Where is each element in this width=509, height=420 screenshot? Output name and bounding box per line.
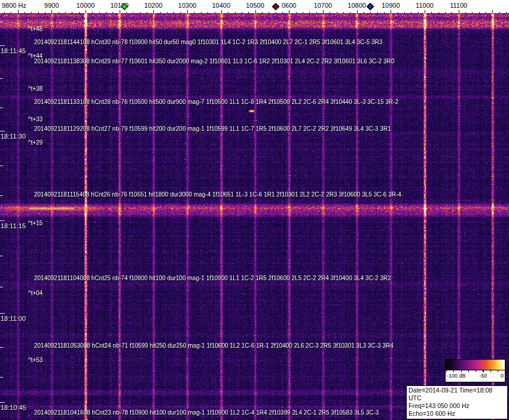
freq-tick [337, 12, 337, 13]
time-offset-marker: ^t+53 [28, 357, 42, 363]
freq-label: 10500 [246, 2, 264, 9]
freq-tick [221, 10, 222, 13]
freq-label: 11000 [416, 2, 434, 9]
detection-log-line: 20140921181144108 hCnt30 nb-78 f10900 hi… [34, 39, 382, 45]
freq-tick [316, 12, 317, 13]
freq-label: 10000 [77, 2, 95, 9]
freq-tick [479, 12, 480, 13]
freq-tick [296, 12, 297, 13]
freq-tick [201, 12, 202, 13]
freq-tick [425, 10, 425, 13]
freq-tick [445, 12, 446, 13]
freq-tick [235, 12, 236, 13]
freq-label: 10400 [212, 2, 231, 9]
freq-marker-blue-diamond-icon[interactable] [367, 3, 374, 11]
freq-tick [86, 10, 86, 13]
time-offset-marker: ^t+38 [28, 85, 42, 92]
detection-log-line: 20140921181133108 hCnt28 nb-76 f10500 hi… [34, 99, 398, 105]
freq-tick [38, 12, 39, 13]
freq-tick [11, 12, 11, 13]
detection-log-line: 20140921181138308 hCnt29 nb-77 f10601 hi… [34, 58, 394, 65]
freq-label: 10900 [382, 2, 400, 9]
freq-tick [377, 12, 378, 13]
freq-tick [438, 12, 439, 13]
freq-tick [126, 12, 127, 13]
freq-marker-red-diamond-icon[interactable] [272, 3, 279, 11]
freq-tick [404, 12, 405, 13]
freq-tick [45, 12, 45, 13]
time-offset-marker: ^t+33 [28, 116, 42, 122]
time-minor-tick [0, 108, 3, 108]
freq-tick [65, 12, 66, 13]
freq-tick [343, 12, 344, 13]
time-offset-marker: ^t+15 [28, 220, 42, 226]
time-label: 18:11:30 [1, 133, 26, 140]
freq-tick [25, 12, 25, 13]
info-station-id: HPHK [409, 418, 505, 420]
freq-tick [173, 12, 174, 13]
freq-tick [303, 12, 303, 13]
info-box: Date=2014-09-21 Time=18:08 UTC Freq=143 … [406, 385, 508, 419]
detection-log-line: 20140921181115408 hCnt26 nb-76 f10651 hi… [34, 191, 401, 198]
time-minor-tick [0, 347, 3, 348]
freq-tick [370, 12, 371, 13]
freq-tick [289, 10, 289, 13]
freq-tick [194, 12, 194, 13]
freq-tick [31, 12, 32, 13]
time-tick [0, 313, 5, 314]
freq-tick [59, 12, 59, 13]
time-label: 18:10:45 [1, 404, 26, 411]
freq-tick [499, 12, 500, 13]
freq-tick [133, 12, 133, 13]
freq-tick [323, 10, 324, 13]
detection-log-line: 20140921181129208 hCnt27 nb-79 f10599 hi… [34, 125, 391, 132]
info-frequency: Freq=143 050 000 Hz [409, 402, 505, 410]
time-tick [0, 131, 5, 131]
freq-tick [208, 12, 208, 13]
freq-tick [350, 12, 350, 13]
freq-tick [459, 10, 459, 13]
time-tick [0, 220, 5, 221]
freq-tick [398, 12, 398, 13]
freq-tick [357, 10, 358, 13]
freq-tick [492, 10, 493, 13]
freq-tick [506, 12, 507, 13]
freq-tick [282, 12, 283, 13]
freq-tick [486, 12, 486, 13]
freq-tick [472, 12, 473, 13]
time-minor-tick [0, 256, 3, 256]
freq-tick [167, 12, 167, 13]
freq-tick [276, 12, 276, 13]
freq-tick [51, 10, 52, 13]
detection-log-line: 20140921181041608 hCnt23 nb-78 f10900 hi… [34, 409, 379, 416]
freq-tick [418, 12, 419, 13]
freq-tick [181, 12, 181, 13]
freq-tick [248, 12, 249, 13]
freq-tick [262, 12, 263, 13]
time-tick [0, 45, 5, 46]
time-label: 18:11:45 [1, 47, 26, 54]
db-label-max: 0 [501, 372, 504, 380]
freq-tick [112, 12, 113, 13]
freq-tick [99, 12, 100, 13]
freq-tick [411, 12, 412, 13]
freq-label: 10300 [178, 2, 197, 9]
freq-label: 10800 [348, 2, 366, 9]
freq-tick [72, 12, 72, 13]
freq-tick [120, 10, 120, 13]
time-offset-marker: ^t+29 [28, 139, 42, 146]
info-date-time: Date=2014-09-21 Time=18:08 UTC [409, 387, 505, 402]
frequency-ruler: 9800 Hz990010000101001020010300104001050… [0, 0, 509, 13]
freq-tick [384, 12, 385, 13]
freq-tick [309, 12, 310, 13]
freq-tick [79, 12, 80, 13]
freq-tick [140, 12, 141, 13]
freq-tick [215, 12, 215, 13]
freq-tick [18, 10, 19, 13]
freq-tick [269, 12, 269, 13]
freq-tick [92, 12, 93, 13]
db-label-mid: -50 [479, 372, 487, 380]
time-label: 18:11:15 [1, 222, 26, 229]
info-echo: Echo=10 600 Hz [409, 410, 505, 418]
freq-label: 0600 [282, 2, 296, 9]
